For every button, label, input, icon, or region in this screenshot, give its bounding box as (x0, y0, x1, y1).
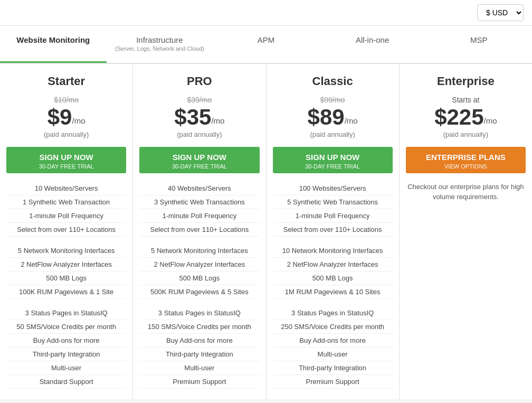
feature-classic-rum: 1M RUM Pageviews & 10 Sites (273, 285, 393, 299)
plan-starter-signup-button[interactable]: SIGN UP NOW 30-DAY FREE TRIAL (6, 147, 126, 173)
feature-classic-sms: 250 SMS/Voice Credits per month (273, 320, 393, 334)
feature-pro-multi-user: Multi-user (139, 361, 259, 375)
plan-starter-paid-annually: (paid annually) (6, 130, 126, 138)
feature-pro-synthetic: 3 Synthetic Web Transactions (139, 195, 259, 209)
plan-enterprise-starts-at: Starts at (406, 96, 526, 104)
feature-starter-addons: Buy Add-ons for more (6, 334, 126, 348)
feature-starter-rum: 100K RUM Pageviews & 1 Site (6, 285, 126, 299)
plan-enterprise: Enterprise Starts at $225 /mo (paid annu… (400, 64, 532, 399)
feature-starter-netflow: 2 NetFlow Analyzer Interfaces (6, 258, 126, 271)
feature-starter-sms: 50 SMS/Voice Credits per month (6, 320, 126, 334)
currency-select[interactable]: $ USD € EUR £ GBP (477, 4, 524, 21)
plan-enterprise-price: $225 (434, 106, 483, 128)
tab-website-monitoring[interactable]: Website Monitoring (0, 26, 107, 63)
feature-pro-network: 5 Network Monitoring Interfaces (139, 244, 259, 258)
tab-infrastructure-sublabel: (Server, Logs, Network and Cloud) (112, 45, 208, 52)
feature-pro-rum: 500K RUM Pageviews & 5 Sites (139, 285, 259, 299)
tab-all-in-one[interactable]: All-in-one (319, 26, 426, 63)
plan-pro-price: $35 (174, 106, 211, 128)
plan-pro-per-month: /mo (211, 116, 224, 125)
feature-starter-third-party: Third-party Integration (6, 348, 126, 361)
plan-pro-original-price: $39/mo (139, 96, 259, 104)
feature-classic-netflow: 2 NetFlow Analyzer Interfaces (273, 258, 393, 271)
plan-starter-price: $9 (48, 106, 72, 128)
feature-pro-status: 3 Status Pages in StatusIQ (139, 306, 259, 320)
feature-pro-websites: 40 Websites/Servers (139, 182, 259, 195)
plan-classic-per-month: /mo (345, 116, 358, 125)
feature-starter-status: 3 Status Pages in StatusIQ (6, 306, 126, 320)
feature-starter-synthetic: 1 Synthetic Web Transaction (6, 195, 126, 209)
feature-pro-poll: 1-minute Poll Frequency (139, 209, 259, 223)
plan-classic: Classic $99/mo $89 /mo (paid annually) S… (267, 64, 400, 399)
feature-classic-locations: Select from over 110+ Locations (273, 223, 393, 237)
plan-classic-signup-button[interactable]: SIGN UP NOW 30-DAY FREE TRIAL (273, 147, 393, 173)
feature-starter-logs: 500 MB Logs (6, 271, 126, 285)
tab-website-monitoring-label: Website Monitoring (16, 35, 90, 44)
feature-pro-support: Premium Support (139, 375, 259, 389)
feature-classic-multi-user: Multi-user (273, 348, 393, 361)
tabs-nav: Website Monitoring Infrastructure (Serve… (0, 26, 532, 64)
plan-starter-original-price: $10/mo (6, 96, 126, 104)
feature-classic-network: 10 Network Monitoring Interfaces (273, 244, 393, 258)
plan-pro-paid-annually: (paid annually) (139, 130, 259, 138)
feature-pro-sms: 150 SMS/Voice Credits per month (139, 320, 259, 334)
tab-apm-label: APM (258, 35, 275, 44)
tab-infrastructure-label: Infrastructure (136, 35, 183, 44)
feature-classic-websites: 100 Websites/Servers (273, 182, 393, 195)
plan-enterprise-per-month: /mo (484, 116, 497, 125)
plan-pro-name: PRO (139, 74, 259, 88)
feature-pro-addons: Buy Add-ons for more (139, 334, 259, 348)
feature-starter-network: 5 Network Monitoring Interfaces (6, 244, 126, 258)
plan-pro-signup-button[interactable]: SIGN UP NOW 30-DAY FREE TRIAL (139, 147, 259, 173)
tab-apm[interactable]: APM (213, 26, 319, 63)
plan-classic-price: $89 (308, 106, 345, 128)
feature-pro-locations: Select from over 110+ Locations (139, 223, 259, 237)
plan-classic-name: Classic (273, 74, 393, 88)
plan-classic-paid-annually: (paid annually) (273, 130, 393, 138)
plans-container: Starter $10/mo $9 /mo (paid annually) SI… (0, 64, 532, 399)
tab-msp[interactable]: MSP (425, 26, 532, 63)
feature-classic-status: 3 Status Pages in StatusIQ (273, 306, 393, 320)
tab-all-in-one-label: All-in-one (356, 35, 389, 44)
feature-pro-logs: 500 MB Logs (139, 271, 259, 285)
feature-classic-logs: 500 MB Logs (273, 271, 393, 285)
tab-infrastructure[interactable]: Infrastructure (Server, Logs, Network an… (107, 26, 213, 63)
feature-starter-locations: Select from over 110+ Locations (6, 223, 126, 237)
plan-enterprise-name: Enterprise (406, 74, 526, 88)
plan-enterprise-paid-annually: (paid annually) (406, 130, 526, 138)
feature-pro-third-party: Third-party Integration (139, 348, 259, 361)
plan-starter: Starter $10/mo $9 /mo (paid annually) SI… (0, 64, 133, 399)
plan-enterprise-note: Checkout our enterprise plans for high v… (406, 182, 526, 202)
feature-classic-synthetic: 5 Synthetic Web Transactions (273, 195, 393, 209)
plan-enterprise-button[interactable]: ENTERPRISE PLANS VIEW OPTIONS (406, 147, 526, 173)
feature-starter-poll: 1-minute Poll Frequency (6, 209, 126, 223)
feature-classic-third-party: Third-party Integration (273, 361, 393, 375)
feature-starter-multi-user: Multi-user (6, 361, 126, 375)
feature-classic-addons: Buy Add-ons for more (273, 334, 393, 348)
plan-pro: PRO $39/mo $35 /mo (paid annually) SIGN … (133, 64, 266, 399)
tab-msp-label: MSP (470, 35, 488, 44)
plan-starter-per-month: /mo (72, 116, 85, 125)
plan-starter-name: Starter (6, 74, 126, 88)
feature-starter-support: Standard Support (6, 375, 126, 389)
top-bar: $ USD € EUR £ GBP (0, 0, 532, 26)
feature-classic-support: Premium Support (273, 375, 393, 389)
feature-classic-poll: 1-minute Poll Frequency (273, 209, 393, 223)
feature-starter-websites: 10 Websites/Servers (6, 182, 126, 195)
plan-classic-original-price: $99/mo (273, 96, 393, 104)
feature-pro-netflow: 2 NetFlow Analyzer Interfaces (139, 258, 259, 271)
